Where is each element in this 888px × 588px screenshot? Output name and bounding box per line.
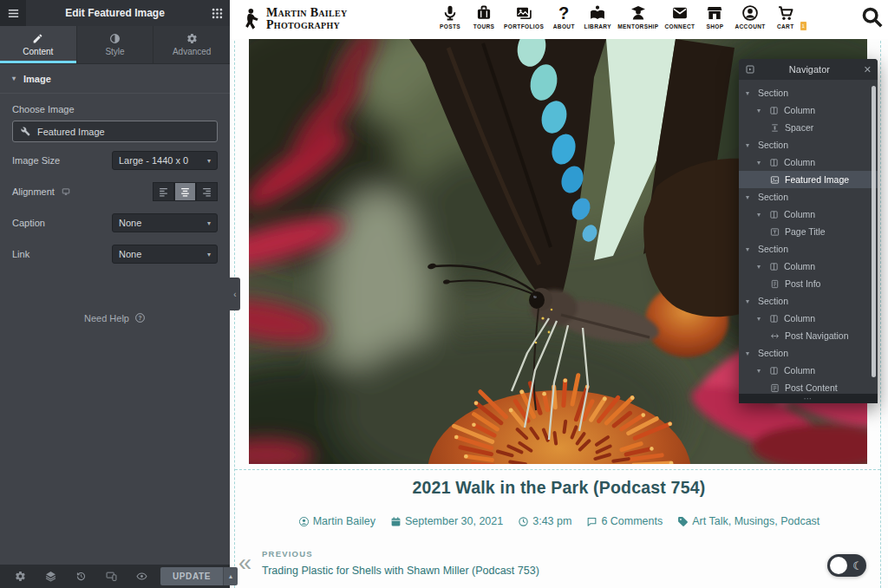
navigator-scrollbar[interactable] xyxy=(872,86,876,377)
caret-down-icon: ▾ xyxy=(207,157,211,165)
featured-image-field[interactable]: Featured Image xyxy=(12,121,218,142)
navigator-item-column[interactable]: ▾Column xyxy=(739,362,878,379)
caret-down-icon[interactable]: ▾ xyxy=(757,263,764,271)
previous-post-link[interactable]: « PREVIOUS Trading Plastic for Shells wi… xyxy=(238,549,539,577)
caret-down-icon[interactable]: ▾ xyxy=(746,350,753,357)
nav-item-shop[interactable]: SHOP xyxy=(701,4,728,29)
navigator-resize-handle[interactable]: ⋯ xyxy=(739,394,878,403)
nav-item-about[interactable]: ?ABOUT xyxy=(550,4,578,29)
tab-advanced[interactable]: Advanced xyxy=(153,26,230,63)
post-meta: Martin BaileySeptember 30, 20213:43 pm6 … xyxy=(230,515,888,527)
navigator-item-column[interactable]: ▾Column xyxy=(739,206,878,223)
nav-item-account[interactable]: ACCOUNT xyxy=(735,4,765,29)
nav-item-cart[interactable]: CART1 xyxy=(772,4,800,29)
tab-content[interactable]: Content xyxy=(0,26,77,63)
align-left-button[interactable] xyxy=(153,182,174,201)
post-navigation-icon xyxy=(770,331,780,341)
column-icon xyxy=(769,158,779,167)
tab-label: Style xyxy=(105,47,124,56)
caret-down-icon[interactable]: ▾ xyxy=(746,193,753,201)
nav-item-portfolios[interactable]: PORTFOLIOS xyxy=(504,4,544,29)
meta-tags[interactable]: Art Talk, Musings, Podcast xyxy=(677,515,819,527)
meta-clock[interactable]: 3:43 pm xyxy=(518,515,571,527)
nav-item-label: ACCOUNT xyxy=(735,23,765,29)
caret-down-icon[interactable]: ▾ xyxy=(757,315,764,323)
navigator-item-section[interactable]: ▾Section xyxy=(739,344,878,362)
navigator-item-featured-image[interactable]: Featured Image xyxy=(739,171,878,188)
navigator-item-label: Column xyxy=(784,365,815,376)
nav-item-mentorship[interactable]: MENTORSHIP xyxy=(617,4,658,29)
tab-style[interactable]: Style xyxy=(77,26,154,63)
navigator-item-section[interactable]: ▾Section xyxy=(739,188,878,206)
navigator-item-column[interactable]: ▾Column xyxy=(739,258,878,275)
navigator-item-section[interactable]: ▾Section xyxy=(739,292,878,310)
site-logo[interactable]: Martin Bailey Photography xyxy=(244,6,348,32)
menu-button[interactable] xyxy=(0,0,26,26)
nav-item-library[interactable]: LIBRARY xyxy=(584,4,611,29)
navigator-item-page-title[interactable]: Page Title xyxy=(739,223,878,240)
navigator-item-section[interactable]: ▾Section xyxy=(739,136,878,154)
caption-select[interactable]: None ▾ xyxy=(112,213,218,232)
navigator-layers-button[interactable] xyxy=(39,565,62,588)
monitor-icon[interactable] xyxy=(61,187,71,196)
nav-item-label: ABOUT xyxy=(553,23,575,29)
caret-down-icon[interactable]: ▾ xyxy=(757,211,764,219)
dark-mode-toggle[interactable]: ☾ xyxy=(827,554,866,577)
align-right-button[interactable] xyxy=(196,182,218,201)
panel-title: Edit Featured Image xyxy=(26,7,204,19)
edit-panel: Edit Featured Image ContentStyleAdvanced… xyxy=(0,0,230,588)
nav-item-tours[interactable]: TOURS xyxy=(470,4,498,29)
nav-item-posts[interactable]: POSTS xyxy=(436,4,464,29)
meta-calendar[interactable]: September 30, 2021 xyxy=(390,515,503,527)
nav-item-connect[interactable]: CONNECT xyxy=(664,4,695,29)
align-center-button[interactable] xyxy=(174,182,196,201)
site-nav: POSTSTOURSPORTFOLIOS?ABOUTLIBRARYMENTORS… xyxy=(436,4,800,29)
tab-label: Advanced xyxy=(173,47,211,56)
history-button[interactable] xyxy=(69,565,92,588)
image-size-select[interactable]: Large - 1440 x 0 ▾ xyxy=(112,151,218,170)
navigator-item-column[interactable]: ▾Column xyxy=(739,310,878,327)
update-options-button[interactable]: ▴ xyxy=(223,567,238,585)
navigator-item-post-content[interactable]: Post Content xyxy=(739,379,878,394)
update-button[interactable]: UPDATE xyxy=(160,567,223,585)
navigator-item-post-navigation[interactable]: Post Navigation xyxy=(739,327,878,344)
caret-down-icon[interactable]: ▾ xyxy=(746,89,753,97)
caret-down-icon[interactable]: ▾ xyxy=(746,297,753,305)
align-center-icon xyxy=(180,186,191,198)
meta-author[interactable]: Martin Bailey xyxy=(298,515,375,527)
navigator-item-column[interactable]: ▾Column xyxy=(739,101,878,119)
shop-icon xyxy=(706,4,723,22)
elementor-editor: Edit Featured Image ContentStyleAdvanced… xyxy=(0,0,888,588)
logo-line1: Martin Bailey xyxy=(266,7,348,19)
caret-down-icon[interactable]: ▾ xyxy=(757,107,764,114)
navigator-item-label: Post Content xyxy=(785,382,838,393)
caret-down-icon[interactable]: ▾ xyxy=(757,367,764,375)
need-help-link[interactable]: Need Help ? xyxy=(0,312,230,323)
caret-down-icon[interactable]: ▾ xyxy=(757,159,764,167)
caret-down-icon[interactable]: ▾ xyxy=(746,141,753,149)
navigator-item-post-info[interactable]: Post Info xyxy=(739,275,878,292)
close-icon[interactable]: ✕ xyxy=(864,64,872,75)
navigator-item-column[interactable]: ▾Column xyxy=(739,154,878,171)
settings-gear-button[interactable] xyxy=(9,565,31,588)
panel-footer: UPDATE ▴ xyxy=(0,565,230,588)
responsive-mode-button[interactable] xyxy=(100,565,122,588)
caret-down-icon[interactable]: ▾ xyxy=(746,245,753,253)
navigator-item-section[interactable]: ▾Section xyxy=(739,240,878,258)
preview-eye-button[interactable] xyxy=(130,565,153,588)
navigator-item-spacer[interactable]: Spacer xyxy=(739,119,878,136)
search-icon[interactable] xyxy=(860,5,885,29)
site-header: Martin Bailey Photography POSTSTOURSPORT… xyxy=(230,0,888,39)
navigator-item-section[interactable]: ▾Section xyxy=(739,84,878,101)
choose-image-label: Choose Image xyxy=(0,94,230,114)
caret-down-icon: ▾ xyxy=(207,219,211,227)
caret-down-icon: ▾ xyxy=(207,251,211,258)
image-section-header[interactable]: ▾ Image xyxy=(0,64,230,94)
panel-collapse-handle[interactable]: ‹ xyxy=(230,278,240,310)
link-select[interactable]: None ▾ xyxy=(112,245,218,264)
meta-comments[interactable]: 6 Comments xyxy=(586,515,663,527)
column-icon xyxy=(769,262,779,271)
widgets-grid-button[interactable] xyxy=(204,0,230,26)
author-icon xyxy=(298,516,310,527)
navigator-expand-icon[interactable] xyxy=(745,64,755,75)
